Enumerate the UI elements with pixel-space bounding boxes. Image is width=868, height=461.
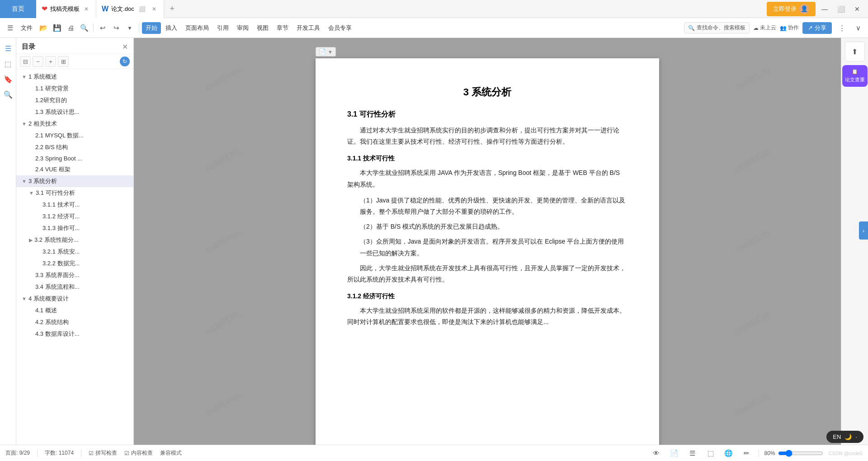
zoom-slider[interactable] xyxy=(778,450,823,457)
toc-label-3.1.1: 3.1.1 技术可... xyxy=(42,201,80,209)
toc-item-3[interactable]: ▼ 3 系统分析 xyxy=(16,175,133,187)
toolbar-more[interactable]: ▼ xyxy=(123,22,136,34)
close-button[interactable]: ✕ xyxy=(850,2,864,16)
toc-item-2.3[interactable]: 2.3 Spring Boot ... xyxy=(16,153,133,164)
toc-label-4: 4 系统概要设计 xyxy=(28,295,69,303)
toc-item-4[interactable]: ▼ 4 系统概要设计 xyxy=(16,293,133,305)
toc-expand-all[interactable]: ⊞ xyxy=(58,56,69,67)
toolbar-file[interactable]: 文件 xyxy=(17,22,36,34)
toc-item-3.1.2[interactable]: 3.1.2 经济可... xyxy=(16,211,133,222)
nav-icon-button[interactable]: ⬚ xyxy=(1,57,15,71)
highlight-button[interactable]: ✏ xyxy=(741,447,753,460)
read-mode-button[interactable]: 👁 xyxy=(650,447,663,460)
zoom-control: 80% xyxy=(764,450,823,457)
toolbar-insert[interactable]: 插入 xyxy=(162,22,181,34)
tab-template[interactable]: ❤ 找稿壳模板 ✕ xyxy=(36,0,96,18)
avatar-icon: 👤 xyxy=(799,4,809,14)
content-check-button[interactable]: ☑ 内容检查 xyxy=(124,449,153,457)
search-command[interactable]: 🔍 查找命令、搜索模板 xyxy=(684,22,750,33)
toolbar-review[interactable]: 审阅 xyxy=(233,22,252,34)
toc-collapse[interactable]: − xyxy=(33,56,43,67)
toolbar-references[interactable]: 引用 xyxy=(213,22,232,34)
login-button[interactable]: 立即登录 👤 xyxy=(767,2,816,16)
toc-refresh-button[interactable]: ↻ xyxy=(120,56,130,66)
toc-item-3.3[interactable]: 3.3 系统界面分... xyxy=(16,269,133,281)
toc-collapse-all[interactable]: ⊟ xyxy=(20,56,31,67)
browser-button[interactable]: 🌐 xyxy=(722,447,735,460)
toc-item-3.2[interactable]: ▶ 3.2 系统性能分... xyxy=(16,234,133,246)
section-312-content: 本大学生就业招聘系统采用的软件都是开源的，这样能够减很多的精力和资源，降低开发成… xyxy=(347,305,627,328)
expand-icon-2[interactable]: ▼ xyxy=(22,121,27,127)
toc-item-4.3[interactable]: 4.3 数据库设计... xyxy=(16,328,133,340)
toc-expand[interactable]: + xyxy=(45,56,56,67)
bookmark-icon-button[interactable]: 🔖 xyxy=(1,72,15,86)
expand-icon-3.2[interactable]: ▶ xyxy=(29,237,33,243)
maximize-button[interactable]: ⬜ xyxy=(834,2,848,16)
toc-item-3.1[interactable]: ▼ 3.1 可行性分析 xyxy=(16,187,133,199)
tab-doc[interactable]: W 论文.doc ⬜ ✕ xyxy=(96,0,164,18)
toc-item-3.1.3[interactable]: 3.1.3 操作可... xyxy=(16,222,133,234)
page-dropdown-icon[interactable]: ▼ xyxy=(328,49,333,55)
toc-close-button[interactable]: ✕ xyxy=(122,42,128,51)
toolbar-devtools[interactable]: 开发工具 xyxy=(293,22,324,34)
expand-icon-3.1[interactable]: ▼ xyxy=(29,190,34,196)
toc-item-2.2[interactable]: 2.2 B/S 结构 xyxy=(16,141,133,153)
search-doc-icon-button[interactable]: 🔍 xyxy=(1,88,15,101)
toolbar-member[interactable]: 会员专享 xyxy=(325,22,355,34)
spell-check-button[interactable]: ☑ 拼写检查 xyxy=(89,449,117,457)
toolbar-start[interactable]: 开始 xyxy=(142,22,161,34)
toc-item-3.2.1[interactable]: 3.2.1 系统安... xyxy=(16,246,133,258)
toc-icon-button[interactable]: ☰ xyxy=(1,42,15,55)
toolbar-menu[interactable]: ☰ xyxy=(4,22,16,34)
toc-item-1.2[interactable]: 1.2研究目的 xyxy=(16,94,133,106)
expand-icon-1[interactable]: ▼ xyxy=(22,74,27,80)
scroll-right-button[interactable]: › xyxy=(859,221,868,240)
outline-mode-button[interactable]: ☰ xyxy=(686,447,699,460)
share-button[interactable]: ↗ 分享 xyxy=(802,22,832,34)
toc-item-3.4[interactable]: 3.4 系统流程和... xyxy=(16,281,133,293)
toolbar-print[interactable]: 🖨 xyxy=(64,22,77,34)
toolbar-redo[interactable]: ↪ xyxy=(110,22,123,34)
watermark: code51.cn xyxy=(656,80,841,239)
add-tab-button[interactable]: + xyxy=(164,0,180,18)
upload-button[interactable]: ⬆ xyxy=(845,42,865,61)
tab-home[interactable]: 首页 xyxy=(0,0,36,18)
collab-button[interactable]: 👥 协作 xyxy=(780,24,799,32)
collab-icon: 👥 xyxy=(780,25,787,31)
toolbar-layout[interactable]: 页面布局 xyxy=(182,22,212,34)
toolbar-expand[interactable]: ∨ xyxy=(852,22,864,34)
section-311-point1: （1）Java 提供了稳定的性能、优秀的升级性、更快速的开发、更简便的管理、全新… xyxy=(347,195,627,217)
expand-icon-3[interactable]: ▼ xyxy=(22,179,27,184)
toc-item-3.2.2[interactable]: 3.2.2 数据完... xyxy=(16,258,133,269)
toolbar-save2[interactable]: 💾 xyxy=(51,22,63,34)
toolbar-undo[interactable]: ↩ xyxy=(96,22,109,34)
toolbar-preview[interactable]: 🔍 xyxy=(78,22,90,34)
tab-doc-close[interactable]: ✕ xyxy=(150,5,158,13)
toolbar-chapter[interactable]: 章节 xyxy=(273,22,292,34)
toc-item-1.3[interactable]: 1.3 系统设计思... xyxy=(16,106,133,118)
toc-item-4.1[interactable]: 4.1 概述 xyxy=(16,305,133,316)
toc-item-1.1[interactable]: 1.1 研究背景 xyxy=(16,83,133,94)
minimize-button[interactable]: — xyxy=(817,2,832,16)
cloud-button[interactable]: ☁ 未上云 xyxy=(753,24,776,32)
fullscreen-button[interactable]: ⬚ xyxy=(704,447,717,460)
toc-item-4.2[interactable]: 4.2 系统结构 xyxy=(16,316,133,328)
toolbar-right: 🔍 查找命令、搜索模板 ☁ 未上云 👥 协作 ↗ 分享 ⋮ ∨ xyxy=(684,22,864,34)
expand-icon-4[interactable]: ▼ xyxy=(22,296,27,301)
toc-item-3.1.1[interactable]: 3.1.1 技术可... xyxy=(16,199,133,211)
lang-bar[interactable]: EN 🌙 · xyxy=(826,431,863,443)
toolbar-open[interactable]: 📂 xyxy=(37,22,50,34)
toc-item-2.4[interactable]: 2.4 VUE 框架 xyxy=(16,164,133,175)
moon-icon: 🌙 xyxy=(844,433,852,440)
tab-doc-min[interactable]: ⬜ xyxy=(137,5,147,13)
paper-check-button[interactable]: 📋 论文查重 xyxy=(842,65,868,87)
tab-template-close[interactable]: ✕ xyxy=(82,5,90,13)
toc-item-2.1[interactable]: 2.1 MYSQL 数据... xyxy=(16,130,133,141)
toc-item-1[interactable]: ▼ 1 系统概述 xyxy=(16,71,133,83)
doc-area[interactable]: code51.cn code51.cn code51.cn code51.cn … xyxy=(134,38,841,445)
watermark: code51.cn xyxy=(134,243,319,402)
toolbar-view[interactable]: 视图 xyxy=(253,22,272,34)
toolbar-more-menu[interactable]: ⋮ xyxy=(835,22,848,34)
doc-mode-button[interactable]: 📄 xyxy=(668,447,681,460)
toc-item-2[interactable]: ▼ 2 相关技术 xyxy=(16,118,133,130)
